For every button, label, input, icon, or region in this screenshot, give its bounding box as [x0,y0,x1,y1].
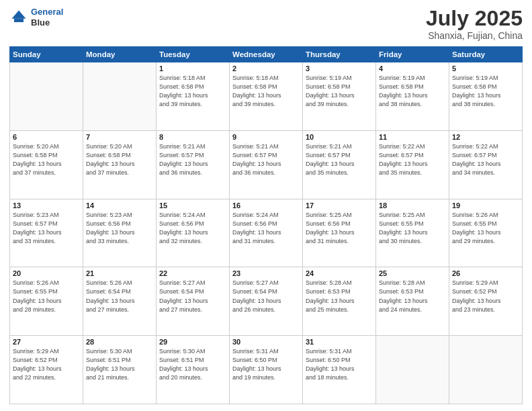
calendar-day-cell: 12Sunrise: 5:22 AM Sunset: 6:57 PM Dayli… [449,130,523,199]
page: General Blue July 2025 Shanxia, Fujian, … [0,0,532,411]
calendar-week-row: 6Sunrise: 5:20 AM Sunset: 6:58 PM Daylig… [10,130,523,199]
calendar-day-cell: 21Sunrise: 5:26 AM Sunset: 6:54 PM Dayli… [83,267,157,336]
calendar-day-header: Monday [83,47,157,62]
subtitle: Shanxia, Fujian, China [426,30,523,41]
day-number: 6 [13,133,80,141]
logo-line2: Blue [31,17,63,28]
day-number: 11 [379,133,446,141]
calendar-day-cell: 7Sunrise: 5:20 AM Sunset: 6:58 PM Daylig… [83,130,157,199]
calendar-day-header: Thursday [303,47,376,62]
calendar-day-cell: 16Sunrise: 5:24 AM Sunset: 6:56 PM Dayli… [230,199,303,267]
day-info: Sunrise: 5:19 AM Sunset: 6:58 PM Dayligh… [306,74,373,109]
calendar-day-cell: 31Sunrise: 5:31 AM Sunset: 6:50 PM Dayli… [303,336,376,404]
day-number: 13 [13,201,80,210]
day-number: 18 [379,201,446,210]
calendar-day-cell: 8Sunrise: 5:21 AM Sunset: 6:57 PM Daylig… [157,130,230,199]
day-info: Sunrise: 5:31 AM Sunset: 6:50 PM Dayligh… [232,347,300,382]
day-number: 17 [306,201,373,210]
day-info: Sunrise: 5:26 AM Sunset: 6:54 PM Dayligh… [86,279,153,314]
day-info: Sunrise: 5:19 AM Sunset: 6:58 PM Dayligh… [452,74,519,109]
calendar-day-cell: 25Sunrise: 5:28 AM Sunset: 6:53 PM Dayli… [376,267,449,336]
calendar-day-cell: 26Sunrise: 5:29 AM Sunset: 6:52 PM Dayli… [449,267,523,336]
calendar-day-cell: 19Sunrise: 5:26 AM Sunset: 6:55 PM Dayli… [449,199,523,267]
day-number: 9 [232,133,300,141]
day-info: Sunrise: 5:23 AM Sunset: 6:56 PM Dayligh… [86,211,153,246]
day-number: 1 [159,64,226,73]
day-number: 8 [159,133,226,141]
calendar-day-cell: 13Sunrise: 5:23 AM Sunset: 6:57 PM Dayli… [10,199,83,267]
header: General Blue July 2025 Shanxia, Fujian, … [9,7,523,41]
day-number: 5 [452,64,519,73]
calendar-week-row: 27Sunrise: 5:29 AM Sunset: 6:52 PM Dayli… [10,336,523,404]
calendar-week-row: 1Sunrise: 5:18 AM Sunset: 6:58 PM Daylig… [10,62,523,131]
logo-text: General Blue [31,7,63,28]
calendar-day-cell: 11Sunrise: 5:22 AM Sunset: 6:57 PM Dayli… [376,130,449,199]
day-info: Sunrise: 5:23 AM Sunset: 6:57 PM Dayligh… [13,211,80,246]
calendar-day-cell: 3Sunrise: 5:19 AM Sunset: 6:58 PM Daylig… [303,62,376,131]
day-info: Sunrise: 5:19 AM Sunset: 6:58 PM Dayligh… [379,74,446,109]
calendar-day-cell: 4Sunrise: 5:19 AM Sunset: 6:58 PM Daylig… [376,62,449,131]
day-info: Sunrise: 5:27 AM Sunset: 6:54 PM Dayligh… [232,279,300,314]
day-number: 16 [232,201,300,210]
day-number: 12 [452,133,519,141]
calendar-day-cell: 15Sunrise: 5:24 AM Sunset: 6:56 PM Dayli… [157,199,230,267]
day-number: 24 [306,269,373,277]
day-info: Sunrise: 5:31 AM Sunset: 6:50 PM Dayligh… [306,347,373,382]
day-number: 20 [13,269,80,277]
day-info: Sunrise: 5:18 AM Sunset: 6:58 PM Dayligh… [159,74,226,109]
day-number: 4 [379,64,446,73]
day-info: Sunrise: 5:22 AM Sunset: 6:57 PM Dayligh… [379,142,446,177]
calendar-day-cell: 22Sunrise: 5:27 AM Sunset: 6:54 PM Dayli… [157,267,230,336]
calendar-day-header: Friday [376,47,449,62]
day-info: Sunrise: 5:20 AM Sunset: 6:58 PM Dayligh… [86,142,153,177]
day-info: Sunrise: 5:26 AM Sunset: 6:55 PM Dayligh… [452,211,519,246]
calendar-day-cell: 28Sunrise: 5:30 AM Sunset: 6:51 PM Dayli… [83,336,157,404]
day-info: Sunrise: 5:18 AM Sunset: 6:58 PM Dayligh… [232,74,300,109]
svg-rect-1 [14,18,24,21]
day-number: 19 [452,201,519,210]
day-number: 31 [306,338,373,346]
calendar-day-cell: 18Sunrise: 5:25 AM Sunset: 6:55 PM Dayli… [376,199,449,267]
day-info: Sunrise: 5:24 AM Sunset: 6:56 PM Dayligh… [159,211,226,246]
day-number: 14 [86,201,153,210]
day-info: Sunrise: 5:26 AM Sunset: 6:55 PM Dayligh… [13,279,80,314]
day-number: 10 [306,133,373,141]
calendar-day-cell: 30Sunrise: 5:31 AM Sunset: 6:50 PM Dayli… [230,336,303,404]
day-info: Sunrise: 5:25 AM Sunset: 6:56 PM Dayligh… [306,211,373,246]
calendar-day-cell: 27Sunrise: 5:29 AM Sunset: 6:52 PM Dayli… [10,336,83,404]
calendar-header-row: SundayMondayTuesdayWednesdayThursdayFrid… [10,47,523,62]
day-number: 27 [13,338,80,346]
day-info: Sunrise: 5:28 AM Sunset: 6:53 PM Dayligh… [306,279,373,314]
logo-icon [9,8,28,27]
day-info: Sunrise: 5:21 AM Sunset: 6:57 PM Dayligh… [159,142,226,177]
day-number: 23 [232,269,300,277]
day-info: Sunrise: 5:29 AM Sunset: 6:52 PM Dayligh… [452,279,519,314]
title-section: July 2025 Shanxia, Fujian, China [426,7,523,41]
calendar-day-cell: 10Sunrise: 5:21 AM Sunset: 6:57 PM Dayli… [303,130,376,199]
calendar-day-cell: 17Sunrise: 5:25 AM Sunset: 6:56 PM Dayli… [303,199,376,267]
calendar-day-header: Tuesday [157,47,230,62]
day-info: Sunrise: 5:20 AM Sunset: 6:58 PM Dayligh… [13,142,80,177]
day-info: Sunrise: 5:21 AM Sunset: 6:57 PM Dayligh… [232,142,300,177]
day-number: 3 [306,64,373,73]
day-info: Sunrise: 5:22 AM Sunset: 6:57 PM Dayligh… [452,142,519,177]
day-number: 30 [232,338,300,346]
calendar-day-header: Saturday [449,47,523,62]
calendar-day-cell [449,336,523,404]
day-info: Sunrise: 5:29 AM Sunset: 6:52 PM Dayligh… [13,347,80,382]
calendar-day-cell [376,336,449,404]
calendar-day-header: Wednesday [230,47,303,62]
day-info: Sunrise: 5:28 AM Sunset: 6:53 PM Dayligh… [379,279,446,314]
calendar-day-cell: 2Sunrise: 5:18 AM Sunset: 6:58 PM Daylig… [230,62,303,131]
day-info: Sunrise: 5:24 AM Sunset: 6:56 PM Dayligh… [232,211,300,246]
calendar-day-cell: 23Sunrise: 5:27 AM Sunset: 6:54 PM Dayli… [230,267,303,336]
logo-line1: General [31,7,63,17]
day-number: 26 [452,269,519,277]
main-title: July 2025 [426,7,523,30]
day-info: Sunrise: 5:30 AM Sunset: 6:51 PM Dayligh… [86,347,153,382]
calendar-day-header: Sunday [10,47,83,62]
day-number: 21 [86,269,153,277]
calendar-day-cell [83,62,157,131]
calendar-day-cell: 5Sunrise: 5:19 AM Sunset: 6:58 PM Daylig… [449,62,523,131]
calendar: SundayMondayTuesdayWednesdayThursdayFrid… [9,46,523,404]
